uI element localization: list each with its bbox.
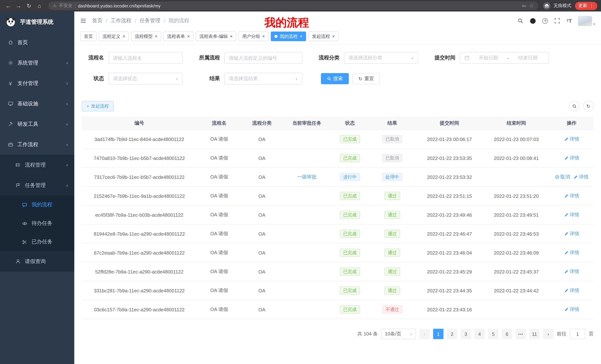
- tab-process-form-edit[interactable]: 流程表单-编辑 ×: [196, 31, 236, 41]
- prev-page-button[interactable]: ‹: [419, 329, 430, 339]
- cell-submit-time: 2022-01-22 23:53:32: [416, 168, 483, 186]
- chrome-right: 无痕模式 更新 ⋮: [543, 2, 597, 10]
- close-icon[interactable]: ×: [230, 34, 232, 39]
- submit-time-range[interactable]: 开始日期 - 结束日期: [460, 52, 549, 64]
- status-select[interactable]: 请选择状态 ∨: [109, 73, 183, 85]
- table-row: 67c2eaab-7b9a-11ec-a290-acde48001122 OA …: [82, 243, 594, 262]
- detail-link[interactable]: 详情: [573, 174, 589, 180]
- tab-process-form[interactable]: 流程表单 ×: [163, 31, 193, 41]
- detail-link[interactable]: 详情: [564, 249, 579, 256]
- show-search-button[interactable]: [569, 101, 580, 111]
- goto-suffix: 页: [589, 331, 594, 337]
- refresh-table-button[interactable]: ↻: [583, 101, 594, 111]
- sidebar-item-workflow[interactable]: 工作流程 ∧: [0, 134, 74, 155]
- page-button-3[interactable]: 3: [461, 329, 471, 339]
- sidebar-item-todo-tasks[interactable]: 待办任务: [0, 214, 74, 233]
- sidebar-item-my-process[interactable]: 我的流程: [0, 196, 74, 214]
- fullscreen-icon[interactable]: [554, 18, 560, 24]
- gear-icon: [7, 60, 13, 66]
- breadcrumb-workflow[interactable]: 工作流程: [111, 18, 131, 24]
- start-process-button[interactable]: + 发起流程: [82, 101, 114, 111]
- bookmark-star-icon[interactable]: ☆: [530, 3, 534, 9]
- tab-home[interactable]: 首页: [80, 31, 97, 41]
- help-icon[interactable]: ?: [542, 18, 548, 24]
- page-button-5[interactable]: 5: [488, 329, 499, 339]
- breadcrumb-home[interactable]: 首页: [92, 18, 102, 24]
- detail-link[interactable]: 详情: [564, 230, 579, 237]
- sidebar-item-system[interactable]: 系统管理 ∨: [0, 53, 74, 73]
- github-icon[interactable]: [530, 18, 536, 24]
- page-button-4[interactable]: 4: [474, 329, 485, 339]
- detail-link[interactable]: 详情: [564, 268, 579, 275]
- result-select[interactable]: 请选择流结果 ∨: [224, 73, 302, 85]
- sidebar-item-done-tasks[interactable]: 已办任务: [0, 233, 74, 251]
- page-size-select[interactable]: 10条/页 ∨: [381, 329, 416, 339]
- detail-link[interactable]: 详情: [564, 192, 579, 199]
- page-button-2[interactable]: 2: [447, 329, 457, 339]
- sidebar-item-task-management[interactable]: 任务管理 ∧: [0, 175, 74, 196]
- key-icon[interactable]: [522, 3, 527, 8]
- category-select[interactable]: 请选择流程分类 ∨: [344, 52, 418, 64]
- close-icon[interactable]: ×: [187, 34, 190, 39]
- sidebar-item-process-management[interactable]: 流程管理 ∨: [0, 155, 74, 175]
- font-size-icon[interactable]: TT: [567, 18, 572, 24]
- chevron-down-icon: ∨: [411, 56, 414, 60]
- search-icon[interactable]: [518, 18, 523, 24]
- search-button[interactable]: 搜索: [321, 73, 349, 84]
- cell-task: [282, 224, 331, 243]
- close-icon[interactable]: ×: [332, 34, 335, 39]
- status-label: 状态: [82, 75, 104, 82]
- tab-start-process[interactable]: 发起流程 ×: [308, 31, 338, 41]
- sidebar-item-leave-query[interactable]: 请假查询: [0, 251, 74, 272]
- chevron-up-icon: ∧: [66, 143, 68, 146]
- sidebar-item-devtools[interactable]: 研发工具 ∨: [0, 114, 74, 134]
- result-tag: 通过: [384, 268, 400, 276]
- refresh-icon: ↻: [359, 76, 362, 81]
- detail-link[interactable]: 详情: [564, 306, 579, 313]
- col-header-end-time: 结束时间: [483, 116, 550, 130]
- user-menu[interactable]: ▾: [578, 16, 595, 26]
- url-bar[interactable]: ⚠ 不安全 dashboard.yudao.iocoder.cn/bpm/tas…: [48, 1, 538, 10]
- detail-link[interactable]: 详情: [564, 155, 579, 161]
- col-header-category: 流程分类: [241, 116, 282, 130]
- hamburger-icon[interactable]: [80, 18, 86, 24]
- detail-link[interactable]: 详情: [564, 136, 579, 143]
- browser-menu-icon[interactable]: ⋮: [589, 3, 594, 9]
- tab-my-process[interactable]: 我的流程 ×: [271, 31, 306, 41]
- close-icon[interactable]: ×: [300, 34, 302, 39]
- app-logo-row[interactable]: 芋道管理系统: [0, 11, 74, 32]
- page-button-11[interactable]: 11: [529, 329, 540, 339]
- tab-user-group[interactable]: 用户分组 ×: [239, 31, 269, 41]
- detail-link[interactable]: 详情: [564, 211, 579, 218]
- back-icon[interactable]: ←: [4, 1, 13, 10]
- sidebar-item-infrastructure[interactable]: 基础设施 ∨: [0, 94, 74, 114]
- cell-submit-time: 2022-01-22 23:46:47: [416, 224, 483, 243]
- goto-page-input[interactable]: [570, 329, 585, 339]
- more-pages-button[interactable]: •••: [516, 329, 526, 339]
- update-button[interactable]: 更新 ⋮: [575, 2, 597, 10]
- tab-process-definition[interactable]: 流程定义 ×: [99, 31, 129, 41]
- cell-task: [282, 281, 331, 300]
- hammer-icon: [7, 121, 13, 127]
- process-name-label: 流程名: [82, 55, 104, 61]
- next-page-button[interactable]: ›: [543, 329, 553, 339]
- sidebar-item-payment[interactable]: ¥ 支付管理 ∨: [0, 73, 74, 94]
- tab-process-model[interactable]: 流程模型 ×: [131, 31, 161, 41]
- close-icon[interactable]: ×: [262, 34, 265, 39]
- close-icon[interactable]: ×: [155, 34, 158, 39]
- page-button-1[interactable]: 1: [433, 329, 443, 339]
- current-task-link[interactable]: 一级审批: [297, 174, 316, 180]
- avatar[interactable]: [578, 16, 592, 26]
- forward-icon[interactable]: →: [14, 1, 23, 10]
- reset-button[interactable]: ↻ 重置: [352, 73, 380, 84]
- close-icon[interactable]: ×: [123, 34, 125, 39]
- sidebar-item-home[interactable]: 首页: [0, 32, 74, 53]
- cancel-link[interactable]: 取消: [555, 174, 570, 180]
- reload-icon[interactable]: ↻: [25, 1, 33, 10]
- process-def-input[interactable]: [224, 52, 302, 64]
- process-name-input[interactable]: [109, 52, 183, 64]
- breadcrumb-task-management[interactable]: 任务管理: [140, 18, 160, 24]
- page-button-6[interactable]: 6: [502, 329, 512, 339]
- browser-home-icon[interactable]: ⌂: [35, 1, 44, 10]
- detail-link[interactable]: 详情: [564, 287, 579, 294]
